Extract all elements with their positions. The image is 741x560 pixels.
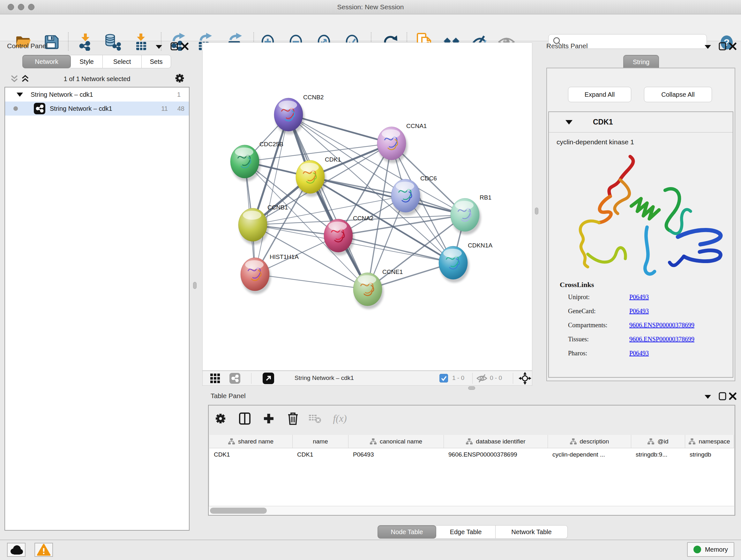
node-CCNA1[interactable]: CCNA1: [377, 123, 427, 163]
scrollbar-thumb[interactable]: [210, 508, 267, 514]
table-options-button[interactable]: [212, 410, 229, 427]
fit-selected-button[interactable]: [519, 372, 531, 386]
import-network-file-button[interactable]: [77, 33, 94, 51]
tab-edge-table[interactable]: Edge Table: [436, 525, 495, 539]
horizontal-splitter-handle[interactable]: [468, 386, 475, 390]
add-column-button[interactable]: [260, 410, 277, 427]
crosslink-link[interactable]: P06493: [629, 294, 649, 301]
column-header-cell[interactable]: database identifier: [444, 435, 548, 448]
table-cell[interactable]: stringdb: [685, 448, 734, 461]
share-gray-icon: [229, 373, 240, 384]
column-header-cell[interactable]: canonical name: [348, 435, 444, 448]
gene-section-header[interactable]: CDK1: [549, 112, 733, 132]
strip-separator: [513, 373, 513, 384]
show-columns-button[interactable]: [236, 410, 253, 427]
tab-sets[interactable]: Sets: [142, 55, 171, 68]
collection-expand-icon[interactable]: [17, 92, 23, 97]
table-cell[interactable]: 9606.ENSP00000378699: [444, 448, 548, 461]
hidden-elements-icon[interactable]: [476, 374, 487, 384]
tab-network[interactable]: Network: [22, 55, 71, 68]
column-header-name: name: [313, 438, 328, 445]
node-CCNA2[interactable]: CCNA2: [324, 215, 374, 255]
cloud-status-button[interactable]: [7, 543, 25, 557]
edge-HIST1H1A-CCNE1[interactable]: [255, 274, 367, 289]
control-panel-title: Control Panel: [7, 42, 48, 50]
results-panel-float-icon[interactable]: [718, 42, 727, 51]
node-label-CCNE1: CCNE1: [382, 268, 403, 275]
network-options-gear-icon[interactable]: [175, 73, 185, 83]
column-header-cell[interactable]: description: [548, 435, 631, 448]
column-header-cell[interactable]: shared name: [209, 435, 293, 448]
node-label-CDKN1A: CDKN1A: [468, 242, 492, 249]
expand-all-button[interactable]: Expand All: [568, 87, 631, 102]
column-header-cell[interactable]: name: [293, 435, 348, 448]
crosslink-link[interactable]: P06493: [629, 350, 649, 357]
table-cell[interactable]: CDK1: [209, 448, 293, 461]
table-cell[interactable]: cyclin-dependent ...: [548, 448, 631, 461]
tab-network-table[interactable]: Network Table: [495, 525, 568, 539]
results-panel-collapse-icon[interactable]: [703, 42, 713, 52]
tab-node-table[interactable]: Node Table: [378, 525, 436, 539]
column-header-cell[interactable]: @id: [631, 435, 685, 448]
table-panel-collapse-icon[interactable]: [703, 392, 713, 401]
warning-icon: [37, 544, 51, 556]
node-CDKN1A[interactable]: CDKN1A: [439, 242, 492, 283]
right-splitter-handle[interactable]: [535, 207, 538, 214]
node-CCNE1[interactable]: CCNE1: [353, 268, 403, 309]
tab-string[interactable]: String: [623, 55, 659, 69]
column-header-canonical-name: canonical name: [380, 438, 422, 445]
edge-CCNB2-HIST1H1A[interactable]: [255, 115, 288, 274]
network-share-toggle-button[interactable]: [229, 373, 240, 385]
crosslink-label: Compartments:: [568, 321, 629, 329]
results-panel-title: Results Panel: [546, 42, 588, 50]
control-panel-float-icon[interactable]: [170, 42, 179, 51]
delete-column-button[interactable]: [284, 410, 301, 427]
collection-count: 1: [177, 91, 181, 98]
results-panel-close-icon[interactable]: [728, 42, 738, 51]
crosslink-link[interactable]: 9606.ENSP00000378699: [629, 321, 694, 329]
warnings-button[interactable]: [35, 543, 53, 557]
edge-CCNB2-CCNE1[interactable]: [288, 115, 367, 289]
table-horizontal-scrollbar[interactable]: [209, 506, 734, 515]
import-network-database-button[interactable]: [104, 33, 121, 51]
table-panel-float-icon[interactable]: [718, 391, 727, 401]
grid-icon: [210, 374, 220, 384]
gene-collapse-icon[interactable]: [565, 120, 572, 125]
collapse-all-button[interactable]: Collapse All: [644, 87, 712, 102]
column-header-namespace: namespace: [698, 438, 730, 445]
checkbox-icon: [440, 374, 448, 382]
edge-CCNA2-CDKN1A[interactable]: [338, 236, 453, 263]
network-canvas[interactable]: CCNB2CCNA1CDC25BCDK1CDC6RB1CCNB1CCNA2CDK…: [202, 43, 532, 371]
node-CCNB1[interactable]: CCNB1: [239, 204, 288, 245]
table-cell[interactable]: stringdb:9...: [631, 448, 685, 461]
node-label-RB1: RB1: [480, 194, 491, 201]
control-panel-collapse-icon[interactable]: [154, 42, 164, 52]
control-panel-close-icon[interactable]: [180, 42, 190, 51]
shared-column-icon: [228, 438, 235, 444]
import-table-file-button[interactable]: [132, 33, 150, 51]
table-panel-close-icon[interactable]: [728, 391, 738, 401]
table-row[interactable]: CDK1CDK1P064939606.ENSP00000378699cyclin…: [209, 448, 734, 461]
table-cell[interactable]: P06493: [348, 448, 444, 461]
network-row[interactable]: String Network – cdk1 11 48: [5, 102, 189, 116]
selected-checkbox[interactable]: [440, 374, 448, 384]
birdseye-grid-button[interactable]: [210, 374, 220, 385]
column-header-cell[interactable]: namespace: [685, 435, 734, 448]
node-CDC25B[interactable]: CDC25B: [230, 141, 283, 181]
plus-icon: [263, 413, 274, 424]
node-CCNB2[interactable]: CCNB2: [274, 94, 324, 134]
memory-button[interactable]: Memory: [687, 542, 734, 557]
network-collection-row[interactable]: String Network – cdk1 1: [5, 87, 189, 102]
left-splitter-handle[interactable]: [193, 282, 197, 289]
table-cell[interactable]: CDK1: [293, 448, 348, 461]
crosslink-link[interactable]: 9606.ENSP00000378699: [629, 335, 694, 343]
detach-view-button[interactable]: [263, 373, 274, 385]
crosslink-label: Tissues:: [568, 335, 629, 343]
node-RB1[interactable]: RB1: [451, 194, 491, 235]
crosslink-link[interactable]: P06493: [629, 307, 649, 315]
crosslinks-title: CrossLinks: [549, 281, 733, 289]
tab-select[interactable]: Select: [103, 55, 142, 68]
node-table: shared namenamecanonical namedatabase id…: [209, 435, 734, 506]
tab-style[interactable]: Style: [71, 55, 103, 68]
node-HIST1H1A[interactable]: HIST1H1A: [241, 253, 299, 294]
